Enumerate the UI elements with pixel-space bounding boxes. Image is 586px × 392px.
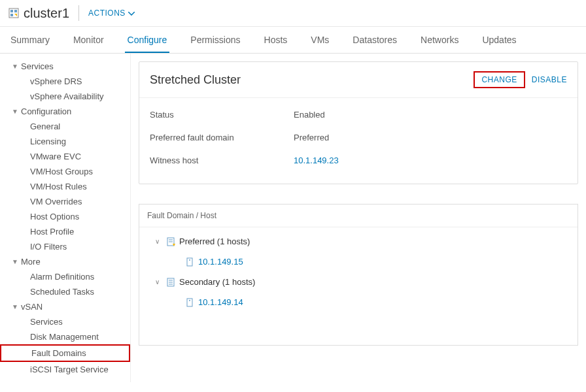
card-body: Status Enabled Preferred fault domain Pr… [139, 98, 577, 184]
chevron-down-icon: ▼ [12, 63, 18, 70]
chevron-down-icon: ∨ [155, 238, 160, 245]
chevron-down-icon: ▼ [12, 108, 18, 115]
pfd-value: Preferred [294, 133, 329, 142]
domain-row-preferred[interactable]: ∨ Preferred (1 hosts) [139, 231, 577, 252]
card-title: Stretched Cluster [150, 73, 474, 87]
actions-label: ACTIONS [88, 8, 126, 18]
status-value: Enabled [294, 110, 325, 120]
svg-rect-1 [10, 10, 13, 12]
domain-row-secondary[interactable]: ∨ Secondary (1 hosts) [139, 272, 577, 292]
svg-rect-3 [10, 14, 13, 16]
actions-dropdown[interactable]: ACTIONS [88, 8, 135, 18]
main-tabs: Summary Monitor Configure Permissions Ho… [0, 27, 586, 54]
svg-point-15 [189, 300, 190, 301]
cluster-title: cluster1 [24, 6, 69, 21]
sidebar-item-vmware-evc[interactable]: VMware EVC [0, 149, 130, 164]
host-link[interactable]: 10.1.149.14 [198, 297, 243, 307]
witness-host-link[interactable]: 10.1.149.23 [294, 155, 339, 165]
tree-group-services: ▼ Services vSphere DRS vSphere Availabil… [0, 59, 130, 104]
config-sidebar: ▼ Services vSphere DRS vSphere Availabil… [0, 54, 131, 382]
tree-header-configuration[interactable]: ▼ Configuration [0, 104, 130, 119]
fault-domain-table: Fault Domain / Host ∨ Preferred (1 hosts… [139, 204, 578, 346]
tree-header-label: Configuration [21, 106, 71, 116]
sidebar-item-alarm-definitions[interactable]: Alarm Definitions [0, 269, 130, 284]
status-label: Status [150, 110, 294, 120]
body-container: ▼ Services vSphere DRS vSphere Availabil… [0, 54, 586, 382]
card-actions: CHANGE DISABLE [474, 71, 567, 88]
tree-group-vsan: ▼ vSAN Services Disk Management Fault Do… [0, 299, 130, 377]
cluster-icon [8, 7, 20, 19]
tree-header-vsan[interactable]: ▼ vSAN [0, 299, 130, 314]
sidebar-item-vsphere-drs[interactable]: vSphere DRS [0, 74, 130, 89]
tab-summary[interactable]: Summary [8, 27, 52, 53]
tab-monitor[interactable]: Monitor [71, 27, 107, 53]
disable-button[interactable]: DISABLE [532, 75, 567, 84]
sidebar-item-vm-overrides[interactable]: VM Overrides [0, 194, 130, 209]
card-header: Stretched Cluster CHANGE DISABLE [139, 62, 577, 98]
content-area: Stretched Cluster CHANGE DISABLE Status … [131, 54, 586, 382]
domain-label: Secondary (1 hosts) [179, 277, 255, 287]
tree-header-label: Services [21, 61, 54, 71]
tab-configure[interactable]: Configure [125, 27, 170, 53]
tab-vms[interactable]: VMs [308, 27, 332, 53]
sidebar-item-disk-management[interactable]: Disk Management [0, 329, 130, 344]
sidebar-item-vmhost-rules[interactable]: VM/Host Rules [0, 179, 130, 194]
tree-header-more[interactable]: ▼ More [0, 254, 130, 269]
svg-rect-8 [187, 258, 192, 266]
sidebar-item-vsphere-availability[interactable]: vSphere Availability [0, 89, 130, 104]
sidebar-item-host-options[interactable]: Host Options [0, 209, 130, 224]
host-link[interactable]: 10.1.149.15 [198, 257, 243, 267]
sidebar-item-vmhost-groups[interactable]: VM/Host Groups [0, 164, 130, 179]
sidebar-item-licensing[interactable]: Licensing [0, 134, 130, 149]
svg-point-9 [189, 259, 190, 261]
chevron-down-icon: ▼ [12, 258, 18, 265]
tree-header-label: vSAN [21, 302, 43, 312]
table-body: ∨ Preferred (1 hosts) [139, 227, 577, 345]
table-header: Fault Domain / Host [139, 204, 577, 227]
tab-hosts[interactable]: Hosts [262, 27, 290, 53]
tree-header-label: More [21, 257, 41, 267]
page-header: cluster1 ACTIONS [0, 0, 586, 27]
domain-icon [166, 278, 175, 287]
host-row: 10.1.149.14 [139, 292, 577, 312]
sidebar-item-iscsi-target[interactable]: iSCSI Target Service [0, 362, 130, 377]
tab-permissions[interactable]: Permissions [188, 27, 243, 53]
stretched-cluster-card: Stretched Cluster CHANGE DISABLE Status … [139, 61, 578, 184]
prop-row-witness: Witness host 10.1.149.23 [150, 149, 567, 172]
sidebar-item-scheduled-tasks[interactable]: Scheduled Tasks [0, 284, 130, 299]
chevron-down-icon [128, 8, 135, 18]
svg-rect-2 [14, 10, 17, 12]
host-icon [185, 257, 194, 267]
domain-label: Preferred (1 hosts) [179, 237, 250, 246]
pfd-label: Preferred fault domain [150, 133, 294, 142]
change-button[interactable]: CHANGE [474, 71, 525, 88]
tree-group-more: ▼ More Alarm Definitions Scheduled Tasks [0, 254, 130, 299]
svg-rect-14 [187, 299, 192, 306]
host-row: 10.1.149.15 [139, 252, 577, 272]
tree-header-services[interactable]: ▼ Services [0, 59, 130, 74]
header-divider [78, 5, 79, 21]
domain-preferred-icon [166, 237, 175, 246]
sidebar-item-vsan-services[interactable]: Services [0, 314, 130, 329]
prop-row-pfd: Preferred fault domain Preferred [150, 126, 567, 149]
tab-updates[interactable]: Updates [479, 27, 519, 53]
tree-group-configuration: ▼ Configuration General Licensing VMware… [0, 104, 130, 254]
sidebar-item-io-filters[interactable]: I/O Filters [0, 239, 130, 254]
tab-datastores[interactable]: Datastores [350, 27, 400, 53]
chevron-down-icon: ▼ [12, 303, 18, 310]
sidebar-item-general[interactable]: General [0, 119, 130, 134]
sidebar-item-host-profile[interactable]: Host Profile [0, 224, 130, 239]
prop-row-status: Status Enabled [150, 103, 567, 126]
chevron-down-icon: ∨ [155, 278, 160, 286]
tab-networks[interactable]: Networks [418, 27, 461, 53]
sidebar-item-fault-domains[interactable]: Fault Domains [0, 344, 130, 362]
witness-label: Witness host [150, 155, 294, 165]
host-icon [185, 298, 194, 307]
